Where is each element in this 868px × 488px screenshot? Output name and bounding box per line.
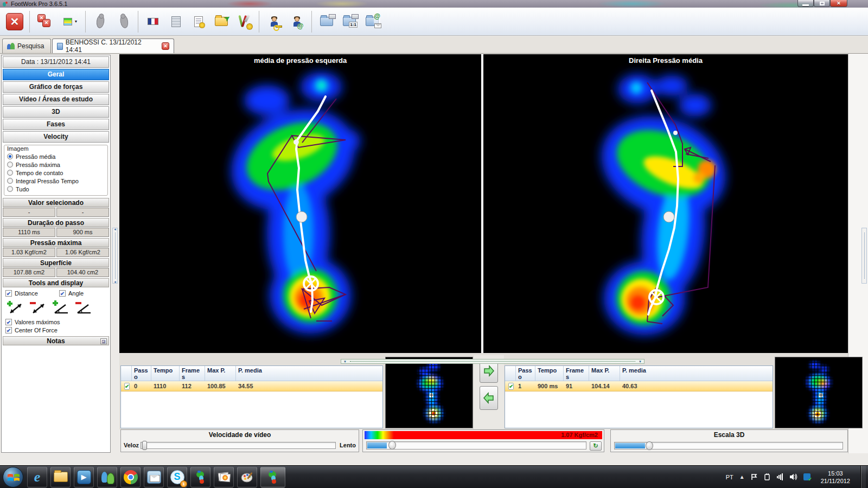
- taskbar-explorer-button[interactable]: [50, 467, 71, 487]
- tab-pesquisa[interactable]: Pesquisa: [2, 38, 51, 53]
- patient-key-button[interactable]: [264, 10, 284, 34]
- col-pmedia: P. media: [236, 366, 382, 381]
- photo-viewer-icon: [217, 471, 231, 484]
- patient-mail-button[interactable]: @: [286, 10, 307, 34]
- distance-checkbox[interactable]: ✔Distance: [5, 289, 56, 297]
- language-indicator[interactable]: PT: [726, 474, 733, 480]
- taskbar-mediaplayer-button[interactable]: ▶: [74, 467, 94, 487]
- slider-thumb[interactable]: [646, 441, 653, 450]
- tab-pesquisa-label: Pesquisa: [17, 42, 44, 50]
- tab-close-icon[interactable]: ✕: [162, 42, 169, 50]
- add-distance-button[interactable]: [5, 299, 25, 316]
- radio-pressao-maxima[interactable]: Pressão máxima: [7, 160, 105, 169]
- show-desktop-button[interactable]: [860, 466, 866, 488]
- dropbox-icon[interactable]: [803, 473, 810, 480]
- minimize-button[interactable]: [797, 0, 814, 7]
- exit-button[interactable]: ✕: [4, 10, 25, 34]
- slider-thumb[interactable]: [388, 441, 396, 450]
- close-button[interactable]: ✕: [830, 0, 847, 7]
- steps-strip: Passo Tempo Frames Max P. P. media ✔ 0 1…: [119, 353, 848, 429]
- radio-tudo[interactable]: Tudo: [7, 185, 105, 193]
- volume-icon[interactable]: [789, 473, 797, 480]
- sidebar-item-fases[interactable]: Fases: [3, 119, 109, 130]
- horizontal-splitter[interactable]: ▼ ▼: [341, 359, 644, 364]
- taskbar-ie-button[interactable]: e: [27, 467, 47, 487]
- prev-step-button[interactable]: [480, 386, 498, 410]
- angle-checkbox[interactable]: ✔Angle: [59, 289, 110, 297]
- network-signal-icon[interactable]: [777, 473, 783, 480]
- pressure-color-scale: 1.07 Kgf/cm2: [365, 431, 602, 439]
- superficie-left-value: 107.88 cm2: [3, 268, 55, 277]
- taskbar-footwork-active-button[interactable]: [260, 467, 285, 487]
- foot-compare-right-button[interactable]: [113, 10, 133, 34]
- sidebar-item-video-areas[interactable]: Vídeo / Áreas de estudo: [3, 94, 109, 105]
- sidebar-item-velocity[interactable]: Velocity: [3, 131, 109, 143]
- radio-pressao-media[interactable]: Pressão média: [7, 152, 105, 160]
- language-button[interactable]: [143, 10, 163, 34]
- footwork-icon: [194, 470, 207, 484]
- lento-label: Lento: [340, 442, 356, 448]
- add-angle-button[interactable]: [51, 299, 71, 316]
- checkbox-icon: ✔: [5, 319, 12, 325]
- legend-button[interactable]: ▼: [60, 10, 81, 34]
- row-checkbox[interactable]: ✔: [508, 383, 514, 390]
- remove-angle-button[interactable]: [74, 299, 93, 316]
- system-tray: PT ▲ 15:03 21/11/2012: [726, 466, 868, 488]
- tools-settings-button[interactable]: [234, 10, 254, 34]
- right-foot-panel[interactable]: Direita Pressão média: [483, 54, 848, 353]
- report-button[interactable]: [165, 10, 186, 34]
- action-center-flag-icon[interactable]: [751, 473, 758, 480]
- start-orb-icon[interactable]: [3, 467, 23, 487]
- notas-textarea[interactable]: [2, 346, 110, 449]
- left-foot-thumbnail[interactable]: [385, 357, 473, 428]
- valores-maximos-checkbox[interactable]: ✔Valores máximos: [5, 318, 110, 326]
- taskbar-skype-button[interactable]: S 1: [167, 467, 187, 487]
- taskbar-footwork-button[interactable]: [190, 467, 210, 487]
- pressure-scale-slider[interactable]: [366, 441, 586, 450]
- taskbar-livemail-button[interactable]: [144, 467, 164, 487]
- taskbar-paint-button[interactable]: [237, 467, 257, 487]
- row-checkbox[interactable]: ✔: [124, 383, 130, 390]
- escala-3d-slider[interactable]: [614, 442, 843, 450]
- radio-tempo-contato[interactable]: Tempo de contato: [7, 169, 105, 177]
- refresh-scale-button[interactable]: ↻: [590, 441, 602, 451]
- table-row[interactable]: ✔ 0 1110 112 100.85 34.55: [121, 381, 382, 391]
- remove-distance-button[interactable]: [28, 299, 48, 316]
- notas-header: Notas ◲: [3, 336, 109, 345]
- col-frames: Frames: [564, 366, 589, 381]
- sidebar-item-3d[interactable]: 3D: [3, 106, 109, 118]
- table-row[interactable]: ✔ 1 900 ms 91 104.14 40.63: [505, 381, 773, 391]
- print-one-to-one-button[interactable]: 1:1: [339, 10, 360, 34]
- titlebar: FootWork Pro 3.6.5.1 ✕: [0, 0, 868, 8]
- send-mail-button[interactable]: @: [362, 10, 382, 34]
- valor-selecionado-left: -: [3, 208, 55, 217]
- sidebar-item-grafico-forcas[interactable]: Gráfico de forças: [3, 81, 109, 93]
- legend-dropdown-arrow-icon[interactable]: ▼: [74, 20, 78, 23]
- exam-notes-button[interactable]: [188, 10, 209, 34]
- right-splitter[interactable]: [861, 228, 867, 284]
- left-panel-title: média de pressão esquerda: [119, 56, 481, 65]
- live-mail-icon: [147, 471, 161, 484]
- right-foot-thumbnail[interactable]: [775, 357, 863, 428]
- center-of-force-checkbox[interactable]: ✔Center Of Force: [5, 326, 110, 334]
- taskbar-messenger-button[interactable]: [97, 467, 117, 487]
- radio-integral-pressao[interactable]: Integral Pressão Tempo: [7, 177, 105, 185]
- notas-expand-icon[interactable]: ◲: [100, 338, 107, 344]
- maximize-button[interactable]: [814, 0, 830, 7]
- taskbar-photoviewer-button[interactable]: [214, 467, 234, 487]
- tray-clock[interactable]: 15:03 21/11/2012: [816, 470, 854, 485]
- taskbar-chrome-button[interactable]: [120, 467, 141, 487]
- foot-compare-left-button[interactable]: [90, 10, 111, 34]
- checkbox-icon: ✔: [5, 290, 12, 297]
- tab-exam[interactable]: BENHOSSI C. 13/11/2012 14:41 ✕: [52, 38, 174, 53]
- sidebar-splitter[interactable]: ◄◄: [112, 228, 118, 284]
- open-exam-button[interactable]: ➤: [211, 10, 232, 34]
- video-speed-slider[interactable]: [141, 442, 336, 449]
- power-plug-icon[interactable]: [764, 473, 771, 480]
- print-button[interactable]: [316, 10, 337, 34]
- hidden-icons-arrow-icon[interactable]: ▲: [739, 474, 745, 480]
- slider-thumb[interactable]: [142, 441, 147, 450]
- close-exams-button[interactable]: ✕ ✕: [34, 10, 58, 34]
- left-foot-panel[interactable]: média de pressão esquerda: [119, 54, 481, 353]
- sidebar-item-geral[interactable]: Geral: [3, 69, 109, 80]
